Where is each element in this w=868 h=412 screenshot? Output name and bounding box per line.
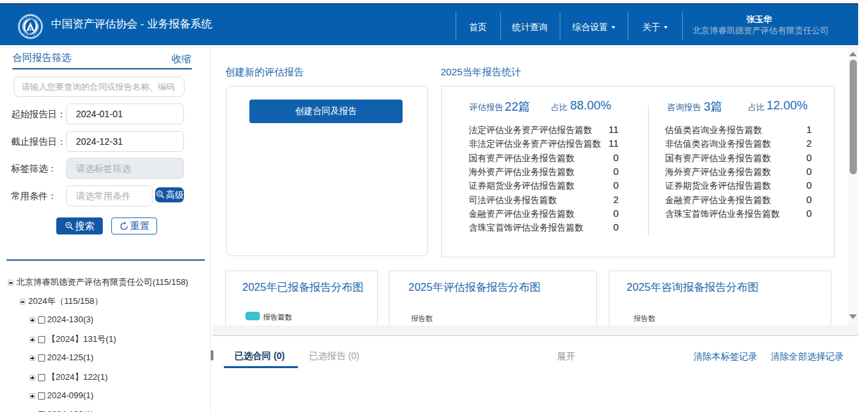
svg-text:协: 协 — [23, 33, 26, 35]
svg-text:产: 产 — [31, 16, 33, 18]
svg-text:资: 资 — [29, 16, 31, 18]
svg-text:会: 会 — [26, 35, 28, 37]
svg-text:中: 中 — [23, 18, 25, 21]
svg-text:国: 国 — [26, 16, 27, 19]
svg-text:会: 会 — [33, 34, 35, 37]
